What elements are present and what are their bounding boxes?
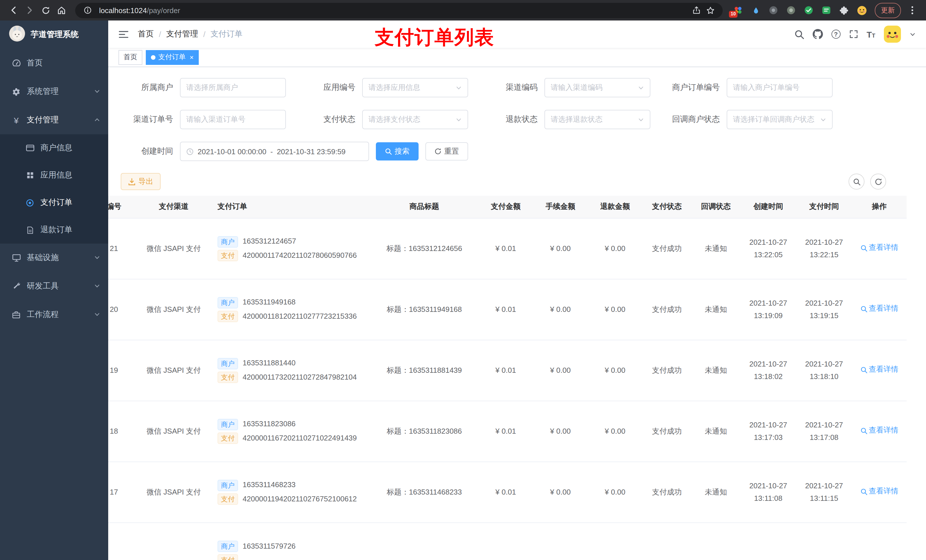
cell-refund: ¥ 0.00 <box>588 426 642 437</box>
cell-fee: ¥ 0.00 <box>533 243 588 255</box>
home-icon[interactable] <box>53 2 70 18</box>
cell-fee: ¥ 0.00 <box>533 365 588 376</box>
font-size-icon[interactable]: TT <box>867 30 875 38</box>
filter-row-2: 渠道订单号 请输入渠道订单号 支付状态 请选择支付状态 退款状态 请选择退款状态… <box>108 108 926 131</box>
col-refund: 退款金额 <box>588 201 642 213</box>
reload-icon[interactable] <box>38 2 53 18</box>
merchant-tag: 商户 <box>218 297 238 308</box>
cell-action: 查看详情 <box>852 364 906 377</box>
tags-view-bar: 首页 支付订单 × <box>108 48 926 67</box>
view-detail-link[interactable]: 查看详情 <box>860 303 899 315</box>
view-detail-link[interactable]: 查看详情 <box>860 364 899 376</box>
chrome-menu-icon[interactable] <box>904 2 920 18</box>
reset-button[interactable]: 重置 <box>425 142 468 160</box>
cell-id: 17 <box>108 486 137 498</box>
refund-status-select[interactable]: 请选择退款状态 <box>545 110 651 129</box>
sidebar-item-pay-order[interactable]: 支付订单 <box>0 189 108 216</box>
pay-tag: 支付 <box>218 311 238 322</box>
merchant-select[interactable]: 请选择所属商户 <box>180 78 286 97</box>
filter-label-create-time: 创建时间 <box>117 146 180 157</box>
channel-order-no-input[interactable]: 请输入渠道订单号 <box>180 110 286 129</box>
breadcrumb-home[interactable]: 首页 <box>138 29 154 39</box>
col-fee: 手续金额 <box>533 201 588 213</box>
tab-label: 首页 <box>124 52 137 62</box>
github-icon[interactable] <box>813 29 823 39</box>
site-info-icon[interactable] <box>81 3 95 17</box>
table-toolbar: 导出 <box>108 172 926 190</box>
chevron-down-icon <box>455 116 462 123</box>
cell-fee: ¥ 0.00 <box>533 303 588 315</box>
extension-check-icon[interactable] <box>803 5 814 15</box>
cell-pay-channel: 微信 JSAPI 支付 <box>137 365 211 376</box>
avatar-caret-icon[interactable] <box>909 31 916 37</box>
cell-pay-status: 支付成功 <box>642 426 691 437</box>
chevron-down-icon <box>820 116 826 123</box>
view-detail-link[interactable]: 查看详情 <box>860 425 899 437</box>
range-end: 2021-10-31 23:59:59 <box>277 147 345 155</box>
search-icon[interactable] <box>794 29 804 39</box>
sidebar-item-refund-order[interactable]: 退款订单 <box>0 216 108 244</box>
sidebar-item-dev-tools[interactable]: 研发工具 <box>0 272 108 300</box>
extensions-puzzle-icon[interactable] <box>839 5 849 15</box>
cell-pay-time: 2021-10-27 13:19:15 <box>796 297 852 322</box>
cell-id: 19 <box>108 365 137 376</box>
bookmark-star-icon[interactable] <box>703 3 717 17</box>
range-start: 2021-10-01 00:00:00 <box>198 147 266 155</box>
sidebar-item-workflow[interactable]: 工作流程 <box>0 300 108 329</box>
sidebar-item-system[interactable]: 系统管理 <box>0 77 108 106</box>
url-path: /pay/order <box>147 6 180 15</box>
view-detail-link[interactable]: 查看详情 <box>860 242 899 254</box>
tab-pay-order[interactable]: 支付订单 × <box>146 50 199 65</box>
url-text: localhost:1024/pay/order <box>99 6 690 15</box>
extension-drop-icon[interactable] <box>750 5 761 15</box>
app-no-select[interactable]: 请选择应用信息 <box>362 78 468 97</box>
pay-tag: 支付 <box>218 494 238 505</box>
address-bar[interactable]: localhost:1024/pay/order <box>75 3 723 18</box>
sidebar-menu: 首页 系统管理 ¥ 支付管理 商户信息 <box>0 49 108 329</box>
sidebar-item-merchant-info[interactable]: 商户信息 <box>0 134 108 162</box>
range-separator: - <box>270 147 273 155</box>
sidebar-item-label: 应用信息 <box>41 170 72 180</box>
close-tab-icon[interactable]: × <box>190 53 194 61</box>
chrome-update-button[interactable]: 更新 <box>875 3 901 18</box>
extension-gray-icon[interactable] <box>768 5 779 15</box>
app-logo: 芋道管理系统 <box>0 21 108 49</box>
extension-chat-icon[interactable] <box>821 5 831 15</box>
help-icon[interactable]: ? <box>831 30 840 39</box>
back-icon[interactable] <box>6 2 22 18</box>
cell-notify-status: 未通知 <box>691 486 740 498</box>
sidebar-item-home[interactable]: 首页 <box>0 49 108 77</box>
toggle-search-icon[interactable] <box>849 174 864 190</box>
profile-avatar-icon[interactable] <box>856 5 867 15</box>
monitor-icon <box>11 253 21 263</box>
cell-notify-status: 未通知 <box>691 365 740 376</box>
share-icon[interactable] <box>690 3 703 17</box>
search-button[interactable]: 搜索 <box>376 142 419 160</box>
sidebar-item-infra[interactable]: 基础设施 <box>0 244 108 272</box>
page-annotation: 支付订单列表 <box>375 24 494 51</box>
create-time-range-picker[interactable]: 2021-10-01 00:00:00 - 2021-10-31 23:59:5… <box>180 142 369 161</box>
export-button[interactable]: 导出 <box>121 173 160 190</box>
sidebar-item-label: 支付管理 <box>27 115 59 125</box>
sidebar: 芋道管理系统 首页 系统管理 ¥ 支付管理 <box>0 21 108 560</box>
tab-home[interactable]: 首页 <box>118 50 142 65</box>
forward-icon[interactable] <box>22 2 38 18</box>
sidebar-item-app-info[interactable]: 应用信息 <box>0 162 108 189</box>
merchant-order-no-input[interactable]: 请输入商户订单编号 <box>727 78 832 97</box>
breadcrumb-section[interactable]: 支付管理 <box>166 29 198 39</box>
view-detail-link[interactable]: 查看详情 <box>860 486 899 498</box>
merchant-tag: 商户 <box>218 540 238 552</box>
extension-olive-icon[interactable] <box>786 5 796 15</box>
sidebar-item-payment[interactable]: ¥ 支付管理 <box>0 106 108 134</box>
extension-colorful-icon[interactable]: 10 <box>733 5 743 15</box>
table-row: 19 微信 JSAPI 支付 商户1635311881440 支付4200001… <box>108 340 906 401</box>
refresh-icon[interactable] <box>870 174 886 190</box>
channel-code-select[interactable]: 请输入渠道编码 <box>545 78 651 97</box>
notify-status-select[interactable]: 请选择订单回调商户状态 <box>727 110 832 129</box>
hamburger-icon[interactable] <box>118 30 129 38</box>
user-avatar[interactable] <box>884 26 901 43</box>
fullscreen-icon[interactable] <box>849 30 858 39</box>
chevron-down-icon <box>94 87 100 96</box>
pay-status-select[interactable]: 请选择支付状态 <box>362 110 468 129</box>
extension-badge: 10 <box>729 11 737 18</box>
